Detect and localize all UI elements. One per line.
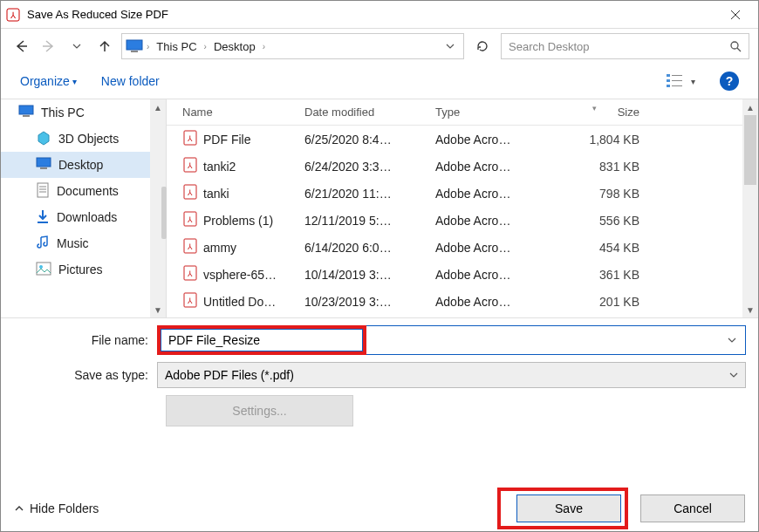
- file-type: Adobe Acro…: [428, 160, 542, 174]
- sidebar-item-documents[interactable]: Documents: [1, 178, 166, 204]
- crumb-this-pc[interactable]: This PC: [153, 40, 200, 53]
- close-button[interactable]: [718, 2, 753, 28]
- col-date[interactable]: Date modified: [297, 106, 428, 119]
- file-name: tanki2: [203, 160, 236, 174]
- hide-folders-label: Hide Folders: [30, 501, 99, 515]
- file-row[interactable]: ⅄PDF File6/25/2020 8:4…Adobe Acro…1,804 …: [167, 126, 742, 153]
- chevron-down-icon: [446, 42, 455, 51]
- app-icon: ⅄: [6, 8, 20, 22]
- scroll-down-icon[interactable]: ▼: [742, 302, 758, 317]
- sidebar-item-music[interactable]: Music: [1, 230, 166, 256]
- sidebar-item-label: Downloads: [57, 210, 117, 224]
- save-button[interactable]: Save: [516, 494, 621, 522]
- savetype-select[interactable]: Adobe PDF Files (*.pdf): [157, 362, 746, 388]
- chevron-right-icon: ›: [202, 42, 209, 51]
- svg-point-6: [731, 42, 738, 49]
- breadcrumb-dropdown[interactable]: [441, 38, 460, 54]
- file-row[interactable]: ⅄Problems (1)12/11/2019 5:…Adobe Acro…55…: [167, 207, 742, 234]
- svg-line-7: [737, 48, 741, 51]
- file-date: 10/23/2019 3:…: [297, 295, 428, 309]
- file-size: 556 KB: [542, 214, 646, 228]
- hide-folders-toggle[interactable]: Hide Folders: [14, 501, 99, 515]
- file-list: Name Date modified Type ▾Size ⅄PDF File6…: [167, 99, 742, 317]
- col-name[interactable]: Name: [167, 106, 297, 119]
- svg-rect-19: [38, 183, 48, 197]
- col-type[interactable]: Type: [428, 106, 542, 119]
- pdf-icon: ⅄: [182, 265, 198, 283]
- pdf-icon: ⅄: [182, 292, 198, 310]
- filename-label: File name:: [13, 333, 157, 347]
- chevron-down-icon: ▾: [691, 77, 695, 86]
- file-row[interactable]: ⅄ammy6/14/2020 6:0…Adobe Acro…454 KB: [167, 234, 742, 261]
- chevron-down-icon: [728, 336, 736, 344]
- music-icon: [36, 235, 50, 253]
- scroll-thumb[interactable]: [744, 115, 756, 185]
- file-name: Untitled Do…: [203, 295, 276, 309]
- toolbar: Organize ▾ New folder ▾ ?: [1, 64, 758, 99]
- organize-label: Organize: [20, 74, 70, 88]
- up-button[interactable]: [93, 35, 116, 58]
- sidebar-item-3d-objects[interactable]: 3D Objects: [1, 126, 166, 152]
- breadcrumb[interactable]: › This PC › Desktop ›: [121, 33, 464, 59]
- sidebar-item-desktop[interactable]: Desktop: [1, 152, 166, 178]
- file-type: Adobe Acro…: [428, 187, 542, 201]
- scroll-up-icon[interactable]: ▲: [742, 99, 758, 115]
- arrow-up-icon: [97, 38, 113, 54]
- footer: Hide Folders Save Cancel: [0, 483, 759, 532]
- back-button[interactable]: [10, 35, 32, 58]
- svg-rect-8: [667, 74, 670, 77]
- scroll-up-icon[interactable]: ▲: [150, 99, 166, 115]
- list-view-icon: [667, 73, 687, 89]
- window-title: Save As Reduced Size PDF: [27, 8, 718, 21]
- file-size: 1,804 KB: [542, 133, 646, 147]
- desktop-icon: [36, 157, 51, 174]
- pane-resizer[interactable]: [161, 187, 167, 239]
- sidebar-item-this-pc[interactable]: This PC: [1, 99, 166, 126]
- file-date: 10/14/2019 3:…: [297, 268, 428, 282]
- file-scrollbar[interactable]: ▲ ▼: [742, 99, 758, 317]
- pdf-icon: ⅄: [182, 157, 198, 175]
- file-row[interactable]: ⅄tanki26/24/2020 3:3…Adobe Acro…831 KB: [167, 153, 742, 180]
- refresh-button[interactable]: [469, 33, 496, 59]
- scroll-down-icon[interactable]: ▼: [150, 302, 166, 317]
- 3d-icon: [36, 130, 51, 148]
- file-row[interactable]: ⅄vsphere-65…10/14/2019 3:…Adobe Acro…361…: [167, 261, 742, 288]
- file-size: 831 KB: [542, 160, 646, 174]
- file-name: vsphere-65…: [203, 268, 277, 282]
- refresh-icon: [475, 39, 489, 53]
- sidebar-item-label: 3D Objects: [58, 132, 119, 146]
- file-row[interactable]: ⅄tanki6/21/2020 11:…Adobe Acro…798 KB: [167, 180, 742, 207]
- sidebar-item-pictures[interactable]: Pictures: [1, 256, 166, 283]
- col-size[interactable]: ▾Size: [542, 106, 646, 119]
- col-size-label: Size: [618, 106, 639, 119]
- documents-icon: [36, 182, 50, 201]
- search-input[interactable]: [509, 40, 729, 53]
- crumb-desktop[interactable]: Desktop: [210, 40, 259, 53]
- view-mode-button[interactable]: ▾: [667, 73, 695, 89]
- sidebar-item-downloads[interactable]: Downloads: [1, 204, 166, 230]
- help-button[interactable]: ?: [720, 72, 739, 91]
- cancel-button[interactable]: Cancel: [640, 494, 745, 522]
- filename-input[interactable]: [161, 329, 363, 351]
- file-type: Adobe Acro…: [428, 133, 542, 147]
- file-row[interactable]: ⅄Untitled Do…10/23/2019 3:…Adobe Acro…20…: [167, 288, 742, 315]
- svg-rect-9: [672, 75, 682, 76]
- recent-dropdown[interactable]: [65, 35, 88, 58]
- search-box[interactable]: [501, 33, 749, 59]
- svg-rect-18: [40, 167, 47, 169]
- svg-text:⅄: ⅄: [187, 242, 193, 251]
- file-name: Problems (1): [203, 214, 273, 228]
- chevron-up-icon: [14, 503, 24, 514]
- file-type: Adobe Acro…: [428, 295, 542, 309]
- sidebar-item-label: Desktop: [58, 158, 103, 172]
- filename-dropdown[interactable]: [366, 325, 746, 355]
- downloads-icon: [36, 208, 50, 227]
- file-date: 12/11/2019 5:…: [297, 214, 428, 228]
- file-name: tanki: [203, 187, 229, 201]
- forward-button[interactable]: [38, 35, 60, 58]
- svg-rect-10: [667, 79, 670, 82]
- new-folder-button[interactable]: New folder: [101, 74, 160, 88]
- svg-text:⅄: ⅄: [187, 297, 193, 305]
- chevron-down-icon: ▾: [72, 77, 77, 86]
- organize-menu[interactable]: Organize ▾: [20, 74, 77, 88]
